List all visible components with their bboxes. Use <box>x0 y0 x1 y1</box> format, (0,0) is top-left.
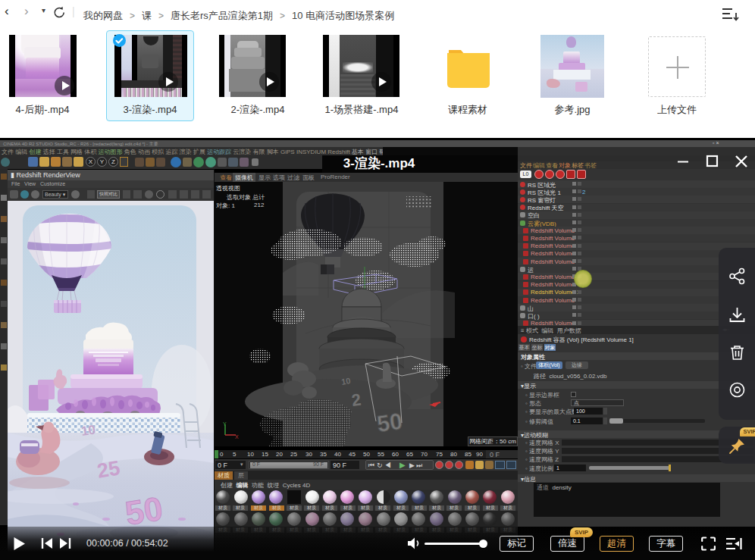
svg-text:25: 25 <box>96 456 122 483</box>
svg-text:X: X <box>235 434 239 440</box>
svg-text:10: 10 <box>340 376 351 386</box>
svg-text:Y: Y <box>223 421 227 427</box>
svg-text:50: 50 <box>375 408 404 436</box>
svg-text:10: 10 <box>80 423 96 439</box>
svg-text:50: 50 <box>123 490 165 532</box>
